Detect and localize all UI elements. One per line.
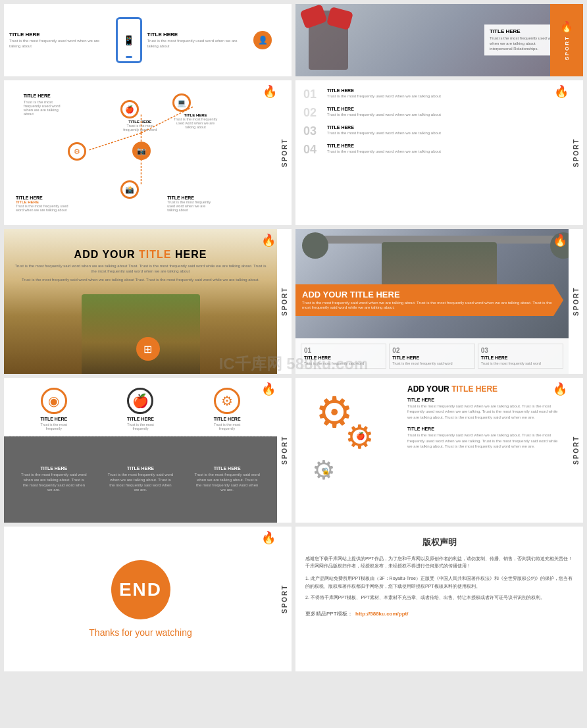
phone-symbol: 📱 [123,35,134,45]
orange-banner: ADD YOUR TITLE HERE Trust is the most fr… [295,284,563,317]
item2-num: 2. [305,595,309,600]
col-02: 02 TITLE HERE Trust is the most frequent… [389,344,474,369]
copyright-item1: 1. 此产品网站免费所用PPT模板由（3F：Royaltu-Tree）正版受《中… [305,575,573,589]
content-01: TITLE HERE Trust is the most frequently … [327,88,441,99]
r4c2-title-highlight: TITLE HERE [451,384,498,394]
gear-icon-overlay: ≡ [327,404,332,415]
gear-icon-overlay-2: 🍎 [356,432,365,440]
end-text: END [119,579,162,600]
gear-icon-r4: ⚙ [214,388,240,414]
r4c2-title: ADD YOUR TITLE HERE [407,384,563,394]
sport-label-r4c2: SPORT [569,378,583,523]
banner-text: Trust is the most frequently said word w… [302,301,553,311]
phone-icon: 📱 [116,17,142,63]
node-ml: ⚙ [68,142,86,161]
item-02: 02 TITLE HERE Trust is the most frequent… [303,107,563,118]
slide-r1c1: TITLE HERE Trust is the most frequently … [4,4,292,76]
slide-r3c1: ADD YOUR TITLE HERE Trust is the most fr… [4,229,292,374]
r3c1-content: ADD YOUR TITLE HERE Trust is the most fr… [4,229,292,374]
icon-item-3: ⚙ TITLE HERE Trust is the most frequentl… [207,388,247,430]
r4c2-title-prefix: ADD YOUR [407,384,451,394]
slide-r5c1: END Thanks for your watching 🔥 SPORT [4,527,292,671]
aperture-icon: ◉ [41,388,67,414]
apple-icon: 🍎 [127,388,153,414]
node-tc: 🍎 TITLE HERE Trust is the most frequentl… [120,100,160,132]
content-03: TITLE HERE Trust is the most frequently … [327,125,441,136]
r1c1-content: TITLE HERE Trust is the most frequently … [4,4,292,76]
r5c2-content: 版权声明 感谢您下载千库网站上提供的PPT作品，为了您和千库网以及原创作者的利益… [295,527,583,671]
r5c1-content: END Thanks for your watching [4,527,292,671]
icon-text-2: Trust is the most frequently [120,423,160,430]
item1-text: 此产品网站免费所用PPT模板由（3F：Royaltu-Tree）正版受《中国人民… [305,576,573,588]
num-03: 03 [303,125,322,137]
center-circle: 📷 [132,142,151,160]
title-block-2: TITLE HERE Trust is the most frequently … [147,32,249,49]
gears-area: ⚙ ⚙ ⚙ ≡ 🍎 🔒 [302,384,401,516]
person-silhouette [82,294,200,374]
icons-row: ◉ TITLE HERE Trust is the most frequentl… [4,378,277,436]
item2-text: 不得将千库网PPT模板、PPT素材、本素材不充当章、或者传给、出售、特让本授权或… [311,595,545,600]
slide-r3c2: ADD YOUR TITLE HERE Trust is the most fr… [295,229,583,374]
item1-num: 1. [305,576,309,581]
r1c2-content: TITLE HERE Trust is the most frequently … [295,4,583,76]
copyright-link[interactable]: http://588ku.com/ppt/ [355,611,408,617]
main-grid: TITLE HERE Trust is the most frequently … [0,0,587,675]
node-br: TITLE HERE Trust is the most frequently … [167,195,213,212]
windows-symbol: ⊞ [143,343,152,355]
icon-title-1: TITLE HERE [34,417,74,421]
sport-label-r1c2: SPORT [564,36,570,61]
sport-label-r4c1: SPORT [277,378,292,523]
slide-r1c2: TITLE HERE Trust is the most frequently … [295,4,583,76]
r3c2-content: ADD YOUR TITLE HERE Trust is the most fr… [295,229,583,374]
icon-title-2: TITLE HERE [120,417,160,421]
copyright-link-area: 更多精品PPT模板： http://588ku.com/ppt/ [305,606,573,618]
node-bc: 📸 [120,180,139,199]
content-04: TITLE HERE Trust is the most frequently … [327,143,441,155]
col-01: 01 TITLE HERE Trust is the most frequent… [301,344,386,369]
gray-col-2: TITLE HERE Trust is the most frequently … [107,466,173,493]
title-1: TITLE HERE [9,32,111,38]
text-section-2: TITLE HERE Trust is the most frequently … [407,427,563,449]
text-2: Trust is the most frequently used word w… [147,39,249,49]
flame-icon-r4c1: 🔥 [261,382,276,396]
r2c1-content: 🔥 SPORT 📷 TITLE HERE Trust is the most f… [4,80,292,225]
icon-text-3: Trust is the most frequently [207,423,247,430]
num-02: 02 [303,107,322,118]
node-tl: TITLE HERE Trust is the most frequently … [24,93,63,116]
title-2: TITLE HERE [147,32,249,38]
slide-r5c2: 版权声明 感谢您下载千库网站上提供的PPT作品，为了您和千库网以及原创作者的利益… [295,527,583,671]
col-03: 03 TITLE HERE Trust is the most frequent… [478,344,563,369]
slide-r2c1: 🔥 SPORT 📷 TITLE HERE Trust is the most f… [4,80,292,225]
person-icon: 👤 [258,36,268,45]
gray-section: TITLE HERE Trust is the most frequently … [4,436,277,523]
diagram: 📷 TITLE HERE Trust is the most frequentl… [11,87,272,219]
sport-label-r5c1: SPORT [277,527,292,671]
person-area [4,294,277,374]
title-highlight: TITLE [139,249,171,260]
item-03: 03 TITLE HERE Trust is the most frequent… [303,125,563,137]
windows-icon: ⊞ [136,337,160,361]
icon-item-1: ◉ TITLE HERE Trust is the most frequentl… [34,388,74,430]
sport-label-r3c1: SPORT [277,229,292,374]
item-04: 04 TITLE HERE Trust is the most frequent… [303,143,563,155]
sport-label-r2c1: SPORT [277,80,292,225]
sport-label-r2c2: SPORT [569,80,583,225]
flame-icon-r2c2: 🔥 [554,84,569,99]
r3c1-overlay: ADD YOUR TITLE HERE Trust is the most fr… [4,242,277,289]
content-02: TITLE HERE Trust is the most frequently … [327,107,441,118]
text-section-1: TITLE HERE Trust is the most frequently … [407,398,563,420]
bottom-columns: 01 TITLE HERE Trust is the most frequent… [295,338,569,374]
title-block-1: TITLE HERE Trust is the most frequently … [9,32,111,49]
icon-text-1: Trust is the most frequently [34,423,74,430]
gray-col-3: TITLE HERE Trust is the most frequently … [194,466,260,493]
title-prefix: ADD YOUR [74,249,140,260]
flame-icon-r4c2: 🔥 [553,382,567,396]
gray-col-1: TITLE HERE Trust is the most frequently … [21,466,87,493]
copyright-title: 版权声明 [305,536,573,548]
slide-r4c1: ◉ TITLE HERE Trust is the most frequentl… [4,378,292,523]
lock-icon: 🔒 [322,467,330,475]
title-suffix: HERE [172,249,207,260]
r1c2-title: TITLE HERE [490,28,558,34]
text-1: Trust is the most frequently used word w… [9,39,111,49]
icon-item-2: 🍎 TITLE HERE Trust is the most frequentl… [120,388,160,430]
